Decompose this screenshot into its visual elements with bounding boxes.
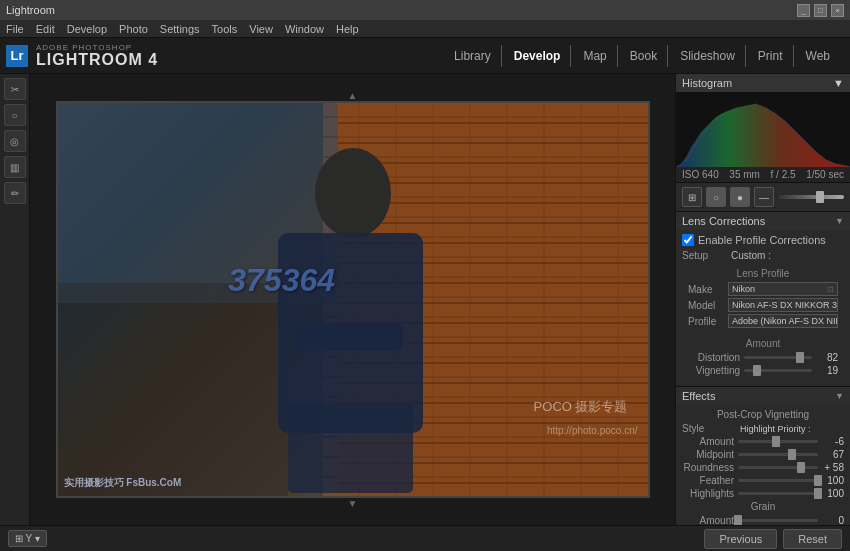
style-row: Style Highlight Priority :	[682, 423, 844, 434]
midpoint-slider[interactable]	[738, 453, 818, 456]
photo-svg	[58, 103, 648, 496]
tool-crop[interactable]: ✂	[4, 78, 26, 100]
vignetting-value: 19	[816, 365, 838, 376]
watermark: POCO 摄影专题	[534, 398, 628, 416]
menu-photo[interactable]: Photo	[119, 23, 148, 35]
effect-amount-slider[interactable]	[738, 440, 818, 443]
lens-corrections-section: Lens Corrections ▼ Enable Profile Correc…	[676, 212, 850, 387]
menu-develop[interactable]: Develop	[67, 23, 107, 35]
tab-map[interactable]: Map	[573, 45, 617, 67]
previous-button[interactable]: Previous	[704, 529, 777, 549]
effect-amount-thumb[interactable]	[772, 436, 780, 447]
menu-settings[interactable]: Settings	[160, 23, 200, 35]
setup-row: Setup Custom :	[682, 250, 844, 261]
grain-amount-slider[interactable]	[738, 519, 818, 522]
tool-gradient[interactable]: ▥	[4, 156, 26, 178]
roundness-value: + 58	[822, 462, 844, 473]
histogram-canvas	[676, 92, 850, 167]
make-expand-icon[interactable]: ⊡	[827, 285, 834, 294]
menu-tools[interactable]: Tools	[212, 23, 238, 35]
feather-thumb[interactable]	[814, 475, 822, 486]
close-button[interactable]: ×	[831, 4, 844, 17]
menu-bar: File Edit Develop Photo Settings Tools V…	[0, 20, 850, 38]
midpoint-thumb[interactable]	[788, 449, 796, 460]
effect-amount-row: Amount -6	[682, 436, 844, 447]
grain-label: Grain	[682, 501, 844, 512]
menu-window[interactable]: Window	[285, 23, 324, 35]
make-value: Nikon ⊡	[728, 282, 838, 296]
highlights-slider[interactable]	[738, 492, 818, 495]
scroll-up-arrow[interactable]: ▲	[347, 90, 359, 101]
effect-amount-value: -6	[822, 436, 844, 447]
bottom-watermark: 实用摄影技巧 FsBus.CoM	[64, 476, 182, 490]
distortion-value: 82	[816, 352, 838, 363]
feather-slider[interactable]	[738, 479, 818, 482]
logo-text: ADOBE PHOTOSHOP LIGHTROOM 4	[36, 43, 158, 68]
roundness-slider[interactable]	[738, 466, 818, 469]
minimize-button[interactable]: _	[797, 4, 810, 17]
lens-corrections-title: Lens Corrections	[682, 215, 765, 227]
amount-section: Amount Distortion 82 Vignetting 19	[682, 334, 844, 382]
distortion-slider[interactable]	[744, 356, 812, 359]
histogram-arrow[interactable]: ▼	[833, 77, 844, 89]
tab-develop[interactable]: Develop	[504, 45, 572, 67]
effects-arrow[interactable]: ▼	[835, 391, 844, 401]
enable-profile-checkbox[interactable]	[682, 234, 694, 246]
vignetting-slider[interactable]	[744, 369, 812, 372]
distortion-thumb[interactable]	[796, 352, 804, 363]
lens-profile-section: Lens Profile Make Nikon ⊡ Model Nikon AF…	[682, 264, 844, 334]
tool-icon-dot[interactable]: ●	[730, 187, 750, 207]
tool-slider[interactable]	[778, 195, 844, 199]
midpoint-label: Midpoint	[682, 449, 734, 460]
svg-rect-1	[58, 283, 288, 496]
prev-reset-buttons: Previous Reset	[704, 529, 842, 549]
main-area: ✂ ○ ◎ ▥ ✏ ▲	[0, 74, 850, 525]
reset-button[interactable]: Reset	[783, 529, 842, 549]
tab-book[interactable]: Book	[620, 45, 668, 67]
vignetting-thumb[interactable]	[753, 365, 761, 376]
window-title: Lightroom	[6, 4, 55, 16]
right-panel: Histogram ▼	[675, 74, 850, 525]
scroll-down-arrow[interactable]: ▼	[347, 498, 359, 509]
tool-icon-grid[interactable]: ⊞	[682, 187, 702, 207]
tool-spot[interactable]: ○	[4, 104, 26, 126]
highlights-thumb[interactable]	[814, 488, 822, 499]
histogram-section: Histogram ▼	[676, 74, 850, 183]
maximize-button[interactable]: □	[814, 4, 827, 17]
effect-amount-label: Amount	[682, 436, 734, 447]
tool-icon-dash[interactable]: —	[754, 187, 774, 207]
tab-print[interactable]: Print	[748, 45, 794, 67]
make-label: Make	[688, 284, 728, 295]
lens-corrections-header[interactable]: Lens Corrections ▼	[676, 212, 850, 230]
grain-amount-label: Amount	[682, 515, 734, 525]
tool-brush[interactable]: ✏	[4, 182, 26, 204]
menu-file[interactable]: File	[6, 23, 24, 35]
tool-icon-circle[interactable]: ○	[706, 187, 726, 207]
view-mode-button[interactable]: ⊞ Y ▾	[8, 530, 47, 547]
tab-web[interactable]: Web	[796, 45, 840, 67]
grain-amount-thumb[interactable]	[734, 515, 742, 525]
distortion-label: Distortion	[688, 352, 740, 363]
lens-profile-label: Lens Profile	[688, 268, 838, 279]
menu-edit[interactable]: Edit	[36, 23, 55, 35]
focal-value: 35 mm	[729, 169, 760, 180]
tab-library[interactable]: Library	[444, 45, 502, 67]
effects-header[interactable]: Effects ▼	[676, 387, 850, 405]
tool-redeye[interactable]: ◎	[4, 130, 26, 152]
menu-view[interactable]: View	[249, 23, 273, 35]
histogram-header: Histogram ▼	[676, 74, 850, 92]
photo-container: 375364 POCO 摄影专题 http://photo.poco.cn/ 实…	[56, 101, 650, 498]
tab-slideshow[interactable]: Slideshow	[670, 45, 746, 67]
aperture-value: f / 2.5	[771, 169, 796, 180]
svg-rect-24	[288, 403, 413, 493]
amount-label: Amount	[688, 338, 838, 349]
bottom-left-controls: ⊞ Y ▾	[8, 530, 47, 547]
histogram-svg	[676, 92, 850, 167]
setup-label: Setup	[682, 250, 727, 261]
roundness-thumb[interactable]	[797, 462, 805, 473]
post-crop-label: Post-Crop Vignetting	[682, 409, 844, 420]
lr-badge: Lr	[6, 45, 28, 67]
menu-help[interactable]: Help	[336, 23, 359, 35]
lens-corrections-arrow[interactable]: ▼	[835, 216, 844, 226]
nav-tabs: Library Develop Map Book Slideshow Print…	[444, 45, 840, 67]
